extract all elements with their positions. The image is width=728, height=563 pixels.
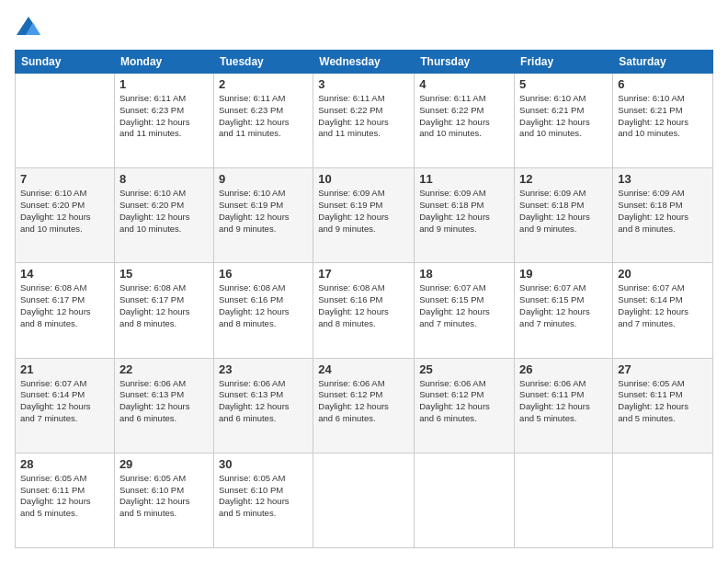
calendar-cell: 6Sunrise: 6:10 AM Sunset: 6:21 PM Daylig…: [613, 74, 713, 168]
day-info: Sunrise: 6:07 AM Sunset: 6:14 PM Dayligh…: [618, 282, 708, 329]
day-info: Sunrise: 6:10 AM Sunset: 6:20 PM Dayligh…: [119, 188, 209, 235]
day-info: Sunrise: 6:07 AM Sunset: 6:14 PM Dayligh…: [20, 378, 109, 425]
day-number: 3: [318, 77, 409, 91]
calendar-header-monday: Monday: [114, 51, 213, 74]
calendar-cell: 23Sunrise: 6:06 AM Sunset: 6:13 PM Dayli…: [213, 358, 313, 453]
day-info: Sunrise: 6:06 AM Sunset: 6:13 PM Dayligh…: [219, 378, 308, 425]
day-number: 5: [519, 77, 608, 91]
day-info: Sunrise: 6:06 AM Sunset: 6:12 PM Dayligh…: [419, 378, 509, 425]
day-number: 7: [20, 172, 109, 186]
day-info: Sunrise: 6:11 AM Sunset: 6:22 PM Dayligh…: [318, 93, 409, 140]
logo: [15, 15, 46, 42]
day-number: 19: [519, 267, 608, 281]
calendar-cell: 15Sunrise: 6:08 AM Sunset: 6:17 PM Dayli…: [114, 263, 213, 358]
calendar-week-row: 14Sunrise: 6:08 AM Sunset: 6:17 PM Dayli…: [16, 263, 713, 358]
day-info: Sunrise: 6:11 AM Sunset: 6:23 PM Dayligh…: [119, 93, 209, 140]
day-number: 27: [618, 362, 708, 376]
day-info: Sunrise: 6:08 AM Sunset: 6:16 PM Dayligh…: [318, 282, 409, 329]
calendar-header-wednesday: Wednesday: [313, 51, 415, 74]
header: [15, 15, 713, 42]
day-info: Sunrise: 6:10 AM Sunset: 6:19 PM Dayligh…: [219, 188, 308, 235]
day-number: 4: [419, 77, 509, 91]
calendar-cell: 27Sunrise: 6:05 AM Sunset: 6:11 PM Dayli…: [613, 358, 713, 453]
day-number: 28: [20, 457, 109, 471]
calendar-cell: [613, 453, 713, 547]
calendar-cell: 12Sunrise: 6:09 AM Sunset: 6:18 PM Dayli…: [515, 168, 613, 263]
day-info: Sunrise: 6:06 AM Sunset: 6:12 PM Dayligh…: [318, 378, 409, 425]
calendar-week-row: 1Sunrise: 6:11 AM Sunset: 6:23 PM Daylig…: [16, 74, 713, 168]
day-number: 21: [20, 362, 109, 376]
calendar-week-row: 28Sunrise: 6:05 AM Sunset: 6:11 PM Dayli…: [16, 453, 713, 547]
calendar-header-sunday: Sunday: [16, 51, 115, 74]
day-info: Sunrise: 6:10 AM Sunset: 6:20 PM Dayligh…: [20, 188, 109, 235]
calendar-cell: [16, 74, 115, 168]
calendar-cell: 11Sunrise: 6:09 AM Sunset: 6:18 PM Dayli…: [415, 168, 515, 263]
calendar-cell: 29Sunrise: 6:05 AM Sunset: 6:10 PM Dayli…: [114, 453, 213, 547]
day-info: Sunrise: 6:11 AM Sunset: 6:22 PM Dayligh…: [419, 93, 509, 140]
day-info: Sunrise: 6:05 AM Sunset: 6:11 PM Dayligh…: [618, 378, 708, 425]
day-number: 16: [219, 267, 308, 281]
calendar-header-friday: Friday: [515, 51, 613, 74]
calendar-cell: 25Sunrise: 6:06 AM Sunset: 6:12 PM Dayli…: [415, 358, 515, 453]
day-info: Sunrise: 6:09 AM Sunset: 6:19 PM Dayligh…: [318, 188, 409, 235]
calendar-header-saturday: Saturday: [613, 51, 713, 74]
page: SundayMondayTuesdayWednesdayThursdayFrid…: [0, 0, 728, 563]
day-number: 20: [618, 267, 708, 281]
day-info: Sunrise: 6:09 AM Sunset: 6:18 PM Dayligh…: [618, 188, 708, 235]
calendar-header-tuesday: Tuesday: [213, 51, 313, 74]
calendar-week-row: 21Sunrise: 6:07 AM Sunset: 6:14 PM Dayli…: [16, 358, 713, 453]
calendar-cell: 13Sunrise: 6:09 AM Sunset: 6:18 PM Dayli…: [613, 168, 713, 263]
calendar-cell: [515, 453, 613, 547]
day-info: Sunrise: 6:08 AM Sunset: 6:17 PM Dayligh…: [20, 282, 109, 329]
day-info: Sunrise: 6:08 AM Sunset: 6:17 PM Dayligh…: [119, 282, 209, 329]
day-info: Sunrise: 6:05 AM Sunset: 6:10 PM Dayligh…: [119, 473, 209, 520]
day-info: Sunrise: 6:06 AM Sunset: 6:11 PM Dayligh…: [519, 378, 608, 425]
day-number: 25: [419, 362, 509, 376]
calendar-cell: 7Sunrise: 6:10 AM Sunset: 6:20 PM Daylig…: [16, 168, 115, 263]
day-number: 24: [318, 362, 409, 376]
day-info: Sunrise: 6:07 AM Sunset: 6:15 PM Dayligh…: [519, 282, 608, 329]
calendar-cell: 17Sunrise: 6:08 AM Sunset: 6:16 PM Dayli…: [313, 263, 415, 358]
calendar-cell: 5Sunrise: 6:10 AM Sunset: 6:21 PM Daylig…: [515, 74, 613, 168]
day-number: 8: [119, 172, 209, 186]
day-number: 30: [219, 457, 308, 471]
calendar-header-row: SundayMondayTuesdayWednesdayThursdayFrid…: [16, 51, 713, 74]
day-info: Sunrise: 6:05 AM Sunset: 6:10 PM Dayligh…: [219, 473, 308, 520]
calendar-cell: 21Sunrise: 6:07 AM Sunset: 6:14 PM Dayli…: [16, 358, 115, 453]
day-info: Sunrise: 6:09 AM Sunset: 6:18 PM Dayligh…: [419, 188, 509, 235]
day-number: 18: [419, 267, 509, 281]
day-number: 29: [119, 457, 209, 471]
day-number: 23: [219, 362, 308, 376]
calendar-cell: 14Sunrise: 6:08 AM Sunset: 6:17 PM Dayli…: [16, 263, 115, 358]
day-number: 2: [219, 77, 308, 91]
calendar-cell: [415, 453, 515, 547]
calendar-week-row: 7Sunrise: 6:10 AM Sunset: 6:20 PM Daylig…: [16, 168, 713, 263]
calendar-cell: 2Sunrise: 6:11 AM Sunset: 6:23 PM Daylig…: [213, 74, 313, 168]
day-number: 15: [119, 267, 209, 281]
day-info: Sunrise: 6:09 AM Sunset: 6:18 PM Dayligh…: [519, 188, 608, 235]
day-number: 10: [318, 172, 409, 186]
calendar-cell: 8Sunrise: 6:10 AM Sunset: 6:20 PM Daylig…: [114, 168, 213, 263]
calendar-cell: 26Sunrise: 6:06 AM Sunset: 6:11 PM Dayli…: [515, 358, 613, 453]
calendar-cell: 3Sunrise: 6:11 AM Sunset: 6:22 PM Daylig…: [313, 74, 415, 168]
day-number: 11: [419, 172, 509, 186]
calendar-cell: 24Sunrise: 6:06 AM Sunset: 6:12 PM Dayli…: [313, 358, 415, 453]
day-info: Sunrise: 6:05 AM Sunset: 6:11 PM Dayligh…: [20, 473, 109, 520]
day-number: 12: [519, 172, 608, 186]
day-number: 17: [318, 267, 409, 281]
day-info: Sunrise: 6:10 AM Sunset: 6:21 PM Dayligh…: [618, 93, 708, 140]
calendar-cell: 30Sunrise: 6:05 AM Sunset: 6:10 PM Dayli…: [213, 453, 313, 547]
calendar-cell: 18Sunrise: 6:07 AM Sunset: 6:15 PM Dayli…: [415, 263, 515, 358]
day-number: 22: [119, 362, 209, 376]
calendar-cell: [313, 453, 415, 547]
day-info: Sunrise: 6:10 AM Sunset: 6:21 PM Dayligh…: [519, 93, 608, 140]
day-number: 14: [20, 267, 109, 281]
day-number: 6: [618, 77, 708, 91]
calendar-header-thursday: Thursday: [415, 51, 515, 74]
calendar-cell: 9Sunrise: 6:10 AM Sunset: 6:19 PM Daylig…: [213, 168, 313, 263]
calendar-cell: 16Sunrise: 6:08 AM Sunset: 6:16 PM Dayli…: [213, 263, 313, 358]
calendar-cell: 4Sunrise: 6:11 AM Sunset: 6:22 PM Daylig…: [415, 74, 515, 168]
calendar-cell: 20Sunrise: 6:07 AM Sunset: 6:14 PM Dayli…: [613, 263, 713, 358]
calendar-cell: 22Sunrise: 6:06 AM Sunset: 6:13 PM Dayli…: [114, 358, 213, 453]
calendar-cell: 28Sunrise: 6:05 AM Sunset: 6:11 PM Dayli…: [16, 453, 115, 547]
